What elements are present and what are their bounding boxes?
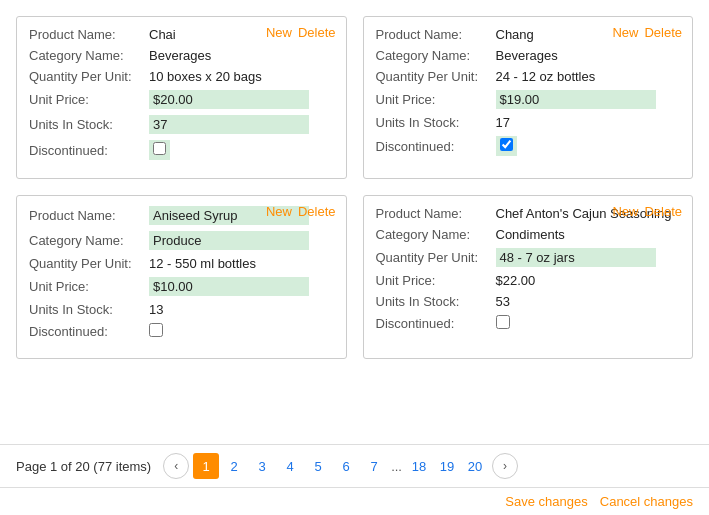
main-container: New Delete Product Name: Chai Category N… (0, 0, 709, 444)
discontinued-checkbox-3[interactable] (149, 323, 163, 337)
unit-price-row-2: Unit Price: $19.00 (376, 90, 681, 109)
category-name-value-4: Condiments (496, 227, 565, 242)
card-actions-2: New Delete (612, 25, 682, 40)
product-name-label-3: Product Name: (29, 208, 149, 223)
unit-price-label-4: Unit Price: (376, 273, 496, 288)
discontinued-row-1: Discontinued: (29, 140, 334, 160)
product-name-label-2: Product Name: (376, 27, 496, 42)
product-name-label-4: Product Name: (376, 206, 496, 221)
unit-price-label-2: Unit Price: (376, 92, 496, 107)
unit-price-value-4: $22.00 (496, 273, 536, 288)
qty-per-unit-row-1: Quantity Per Unit: 10 boxes x 20 bags (29, 69, 334, 84)
category-name-label-3: Category Name: (29, 233, 149, 248)
units-in-stock-row-3: Units In Stock: 13 (29, 302, 334, 317)
units-in-stock-row-1: Units In Stock: 37 (29, 115, 334, 134)
card-actions-4: New Delete (612, 204, 682, 219)
qty-per-unit-row-3: Quantity Per Unit: 12 - 550 ml bottles (29, 256, 334, 271)
new-link-4[interactable]: New (612, 204, 638, 219)
units-in-stock-row-4: Units In Stock: 53 (376, 294, 681, 309)
cancel-changes-link[interactable]: Cancel changes (600, 494, 693, 509)
unit-price-value-1: $20.00 (149, 90, 309, 109)
delete-link-4[interactable]: Delete (644, 204, 682, 219)
page-num-1[interactable]: 1 (193, 453, 219, 479)
qty-per-unit-label-1: Quantity Per Unit: (29, 69, 149, 84)
page-ellipsis: ... (389, 459, 404, 474)
product-name-value-2: Chang (496, 27, 534, 42)
footer-bar: Save changes Cancel changes (0, 487, 709, 515)
unit-price-row-3: Unit Price: $10.00 (29, 277, 334, 296)
units-in-stock-value-1: 37 (149, 115, 309, 134)
units-in-stock-label-4: Units In Stock: (376, 294, 496, 309)
qty-per-unit-value-1: 10 boxes x 20 bags (149, 69, 262, 84)
page-num-6[interactable]: 6 (333, 453, 359, 479)
page-num-7[interactable]: 7 (361, 453, 387, 479)
unit-price-value-3: $10.00 (149, 277, 309, 296)
qty-per-unit-value-4: 48 - 7 oz jars (496, 248, 656, 267)
discontinued-checkbox-4[interactable] (496, 315, 510, 329)
page-info: Page 1 of 20 (77 items) (16, 459, 151, 474)
new-link-2[interactable]: New (612, 25, 638, 40)
page-num-2[interactable]: 2 (221, 453, 247, 479)
save-changes-link[interactable]: Save changes (505, 494, 587, 509)
unit-price-row-4: Unit Price: $22.00 (376, 273, 681, 288)
discontinued-label-3: Discontinued: (29, 324, 149, 339)
product-card-4: New Delete Product Name: Chef Anton's Ca… (363, 195, 694, 359)
units-in-stock-value-2: 17 (496, 115, 510, 130)
next-page-button[interactable]: › (492, 453, 518, 479)
pagination-bar: Page 1 of 20 (77 items) ‹ 1234567...1819… (0, 444, 709, 487)
units-in-stock-value-4: 53 (496, 294, 510, 309)
new-link-1[interactable]: New (266, 25, 292, 40)
new-link-3[interactable]: New (266, 204, 292, 219)
qty-per-unit-label-4: Quantity Per Unit: (376, 250, 496, 265)
discontinued-checkbox-1[interactable] (153, 142, 166, 155)
category-name-row-2: Category Name: Beverages (376, 48, 681, 63)
unit-price-label-3: Unit Price: (29, 279, 149, 294)
page-num-20[interactable]: 20 (462, 453, 488, 479)
units-in-stock-label-3: Units In Stock: (29, 302, 149, 317)
qty-per-unit-label-3: Quantity Per Unit: (29, 256, 149, 271)
unit-price-value-2: $19.00 (496, 90, 656, 109)
category-name-row-4: Category Name: Condiments (376, 227, 681, 242)
category-name-row-3: Category Name: Produce (29, 231, 334, 250)
card-actions-1: New Delete (266, 25, 336, 40)
product-name-value-1: Chai (149, 27, 176, 42)
page-num-19[interactable]: 19 (434, 453, 460, 479)
prev-page-button[interactable]: ‹ (163, 453, 189, 479)
qty-per-unit-value-3: 12 - 550 ml bottles (149, 256, 256, 271)
page-num-3[interactable]: 3 (249, 453, 275, 479)
delete-link-2[interactable]: Delete (644, 25, 682, 40)
category-name-value-3: Produce (149, 231, 309, 250)
unit-price-row-1: Unit Price: $20.00 (29, 90, 334, 109)
discontinued-label-2: Discontinued: (376, 139, 496, 154)
page-num-5[interactable]: 5 (305, 453, 331, 479)
product-name-label-1: Product Name: (29, 27, 149, 42)
discontinued-checkbox-2[interactable] (500, 138, 513, 151)
category-name-label-4: Category Name: (376, 227, 496, 242)
units-in-stock-label-2: Units In Stock: (376, 115, 496, 130)
category-name-value-2: Beverages (496, 48, 558, 63)
delete-link-3[interactable]: Delete (298, 204, 336, 219)
category-name-label-2: Category Name: (376, 48, 496, 63)
delete-link-1[interactable]: Delete (298, 25, 336, 40)
page-num-4[interactable]: 4 (277, 453, 303, 479)
qty-per-unit-label-2: Quantity Per Unit: (376, 69, 496, 84)
units-in-stock-value-3: 13 (149, 302, 163, 317)
category-name-value-1: Beverages (149, 48, 211, 63)
discontinued-cell-1 (149, 140, 170, 160)
discontinued-row-4: Discontinued: (376, 315, 681, 332)
page-num-18[interactable]: 18 (406, 453, 432, 479)
qty-per-unit-row-2: Quantity Per Unit: 24 - 12 oz bottles (376, 69, 681, 84)
units-in-stock-row-2: Units In Stock: 17 (376, 115, 681, 130)
discontinued-cell-3 (149, 323, 163, 340)
category-name-row-1: Category Name: Beverages (29, 48, 334, 63)
product-grid: New Delete Product Name: Chai Category N… (16, 16, 693, 359)
card-actions-3: New Delete (266, 204, 336, 219)
qty-per-unit-value-2: 24 - 12 oz bottles (496, 69, 596, 84)
discontinued-cell-4 (496, 315, 510, 332)
discontinued-cell-2 (496, 136, 517, 156)
product-card-1: New Delete Product Name: Chai Category N… (16, 16, 347, 179)
discontinued-label-4: Discontinued: (376, 316, 496, 331)
discontinued-row-2: Discontinued: (376, 136, 681, 156)
product-card-3: New Delete Product Name: Aniseed Syrup C… (16, 195, 347, 359)
qty-per-unit-row-4: Quantity Per Unit: 48 - 7 oz jars (376, 248, 681, 267)
